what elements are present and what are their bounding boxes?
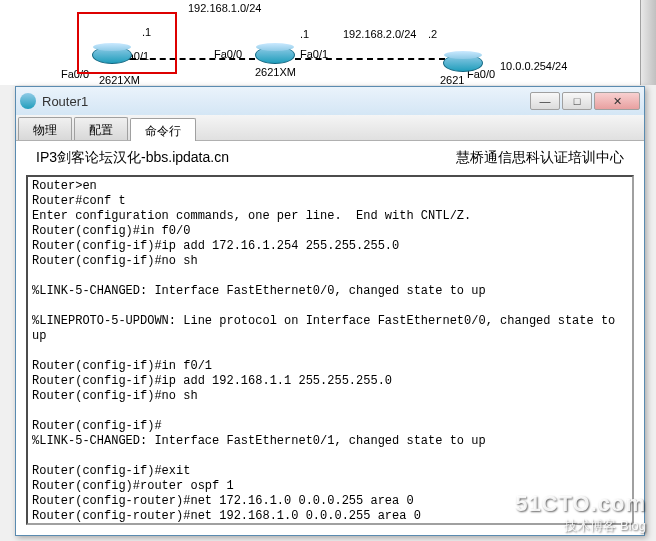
minimize-button[interactable]: —: [530, 92, 560, 110]
titlebar[interactable]: Router1 — □ ✕: [16, 87, 644, 115]
router-config-window: Router1 — □ ✕ 物理 配置 命令行 IP3剑客论坛汉化-bbs.ip…: [15, 86, 645, 536]
network-topology: 192.168.1.0/24 192.168.2.0/24 10.0.0.254…: [0, 0, 656, 85]
selection-box: [77, 12, 177, 74]
model-label: 2621XM: [99, 74, 140, 86]
banner-right: 慧桥通信思科认证培训中心: [456, 149, 624, 167]
tab-physical[interactable]: 物理: [18, 117, 72, 140]
model-label: 2621XM: [255, 66, 296, 78]
close-button[interactable]: ✕: [594, 92, 640, 110]
tab-bar: 物理 配置 命令行: [16, 115, 644, 141]
router-icon[interactable]: [443, 54, 483, 72]
maximize-button[interactable]: □: [562, 92, 592, 110]
link-wire: [295, 58, 445, 60]
network-label: 192.168.2.0/24: [343, 28, 416, 40]
tab-cli[interactable]: 命令行: [130, 118, 196, 141]
scrollbar[interactable]: [640, 0, 656, 85]
network-label: 10.0.0.254/24: [500, 60, 567, 72]
network-label: 192.168.1.0/24: [188, 2, 261, 14]
cli-terminal[interactable]: Router>en Router#conf t Enter configurat…: [26, 175, 634, 525]
host-label: .2: [428, 28, 437, 40]
banner-left: IP3剑客论坛汉化-bbs.ipdata.cn: [36, 149, 229, 167]
window-title: Router1: [42, 94, 88, 109]
tab-config[interactable]: 配置: [74, 117, 128, 140]
router-icon[interactable]: [255, 46, 295, 64]
model-label: 2621: [440, 74, 464, 86]
banner: IP3剑客论坛汉化-bbs.ipdata.cn 慧桥通信思科认证培训中心: [16, 141, 644, 175]
host-label: .1: [300, 28, 309, 40]
app-icon: [20, 93, 36, 109]
